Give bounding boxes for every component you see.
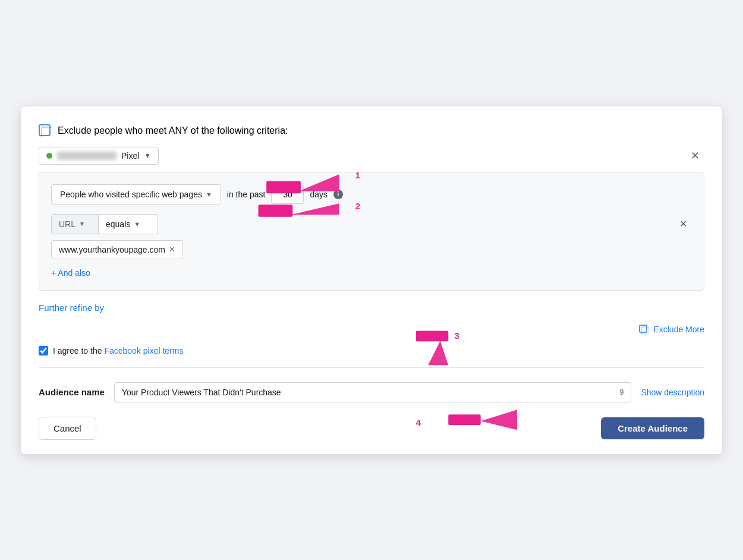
audience-row: Audience name 9 Show description xyxy=(39,382,704,402)
svg-rect-16 xyxy=(39,125,50,136)
audience-input-wrap: 9 xyxy=(114,382,632,402)
exclude-more-label: Exclude More xyxy=(653,325,704,334)
pixel-chevron-icon: ▼ xyxy=(144,152,151,160)
pages-dropdown-arrow-icon: ▼ xyxy=(206,191,212,198)
exclude-icon xyxy=(39,124,52,137)
exclude-more-icon xyxy=(639,325,648,334)
value-tag-remove-icon[interactable]: ✕ xyxy=(169,245,175,254)
cancel-button[interactable]: Cancel xyxy=(39,417,96,440)
agree-row: I agree to the Facebook pixel terms xyxy=(39,346,704,368)
value-row: www.yourthankyoupage.com ✕ xyxy=(51,240,692,259)
equals-dropdown[interactable]: equals ▼ xyxy=(99,214,158,234)
audience-name-label: Audience name xyxy=(39,387,105,397)
agree-checkbox[interactable] xyxy=(39,346,48,355)
svg-rect-19 xyxy=(641,327,648,334)
days-info-icon: i xyxy=(333,190,343,199)
svg-rect-18 xyxy=(640,325,647,332)
exclude-header: Exclude people who meet ANY of the follo… xyxy=(39,124,704,137)
pixel-label: Pixel xyxy=(121,151,139,161)
modal: 1 2 3 4 Exclude people who meet ANY of t… xyxy=(21,106,722,454)
audience-name-input[interactable] xyxy=(122,388,612,397)
show-description-button[interactable]: Show description xyxy=(641,388,704,397)
exclude-more-button[interactable]: Exclude More xyxy=(639,325,704,334)
pages-row: People who visited specific web pages ▼ … xyxy=(51,184,692,205)
url-value-text: www.yourthankyoupage.com xyxy=(59,245,165,254)
agree-text: I agree to the Facebook pixel terms xyxy=(53,346,183,355)
create-audience-button[interactable]: Create Audience xyxy=(601,417,704,439)
pages-dropdown-label: People who visited specific web pages xyxy=(60,190,202,199)
facebook-pixel-terms-link[interactable]: Facebook pixel terms xyxy=(104,346,183,355)
exclude-more-row: Exclude More xyxy=(39,325,704,334)
further-refine-button[interactable]: Further refine by xyxy=(39,300,104,315)
equals-label: equals xyxy=(106,219,130,229)
url-row-close-button[interactable]: ✕ xyxy=(675,216,692,232)
pixel-close-button[interactable]: ✕ xyxy=(686,147,704,165)
pages-dropdown[interactable]: People who visited specific web pages ▼ xyxy=(51,184,221,205)
url-row: URL ▼ equals ▼ ✕ xyxy=(51,214,692,234)
criteria-box: People who visited specific web pages ▼ … xyxy=(39,172,704,291)
pixel-name-blurred xyxy=(57,152,117,160)
and-also-button[interactable]: + And also xyxy=(51,268,90,278)
equals-arrow-icon: ▼ xyxy=(134,221,140,228)
footer-row: Cancel Create Audience xyxy=(39,417,704,440)
in-past-text: in the past xyxy=(227,190,266,199)
url-selector[interactable]: URL ▼ xyxy=(51,214,99,234)
value-tag: www.yourthankyoupage.com ✕ xyxy=(51,240,183,259)
days-label: days xyxy=(310,190,328,199)
days-input[interactable] xyxy=(271,185,304,204)
pixel-selector[interactable]: Pixel ▼ xyxy=(39,147,159,165)
agree-text-prefix: I agree to the xyxy=(53,346,104,355)
pixel-row: Pixel ▼ ✕ xyxy=(39,147,704,165)
char-count: 9 xyxy=(612,388,624,397)
exclude-header-text: Exclude people who meet ANY of the follo… xyxy=(58,125,288,136)
url-dropdown-arrow-icon: ▼ xyxy=(79,221,85,227)
pixel-status-dot xyxy=(46,153,52,159)
url-label: URL xyxy=(59,219,75,229)
